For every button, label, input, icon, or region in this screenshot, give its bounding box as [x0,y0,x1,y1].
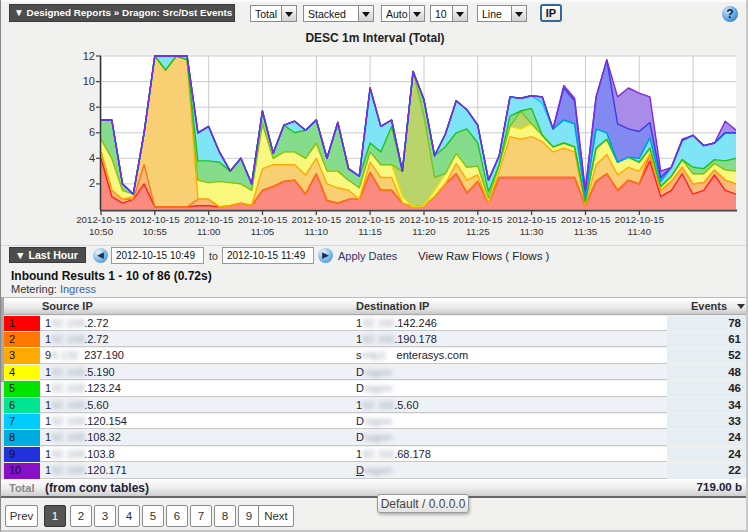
svg-text:2012-10-15: 2012-10-15 [615,214,665,225]
svg-text:11:05: 11:05 [251,226,275,237]
svg-text:2012-10-15: 2012-10-15 [238,214,288,225]
svg-text:2012-10-15: 2012-10-15 [292,214,342,225]
svg-text:11:20: 11:20 [412,226,436,237]
svg-text:10:50: 10:50 [89,226,114,237]
svg-text:12: 12 [83,50,95,62]
svg-text:11:40: 11:40 [628,226,652,237]
svg-text:10: 10 [83,75,95,87]
svg-text:2012-10-15: 2012-10-15 [130,214,180,225]
svg-text:11:35: 11:35 [574,226,598,237]
svg-text:2012-10-15: 2012-10-15 [345,214,395,225]
svg-text:11:30: 11:30 [520,226,544,237]
svg-text:11:25: 11:25 [466,226,490,237]
svg-text:11:10: 11:10 [305,226,329,237]
svg-text:10:55: 10:55 [143,226,167,237]
svg-text:2012-10-15: 2012-10-15 [561,214,611,225]
svg-text:2012-10-15: 2012-10-15 [76,214,126,225]
svg-text:2012-10-15: 2012-10-15 [507,214,557,225]
svg-text:DESC 1m Interval (Total): DESC 1m Interval (Total) [305,31,444,45]
svg-text:2012-10-15: 2012-10-15 [453,214,503,225]
svg-text:11:00: 11:00 [197,226,221,237]
svg-text:8: 8 [89,101,95,113]
svg-text:6: 6 [89,126,95,138]
svg-text:4: 4 [89,152,95,164]
svg-text:2: 2 [89,177,95,189]
svg-text:11:15: 11:15 [358,226,382,237]
svg-text:2012-10-15: 2012-10-15 [399,214,449,225]
svg-text:2012-10-15: 2012-10-15 [184,214,234,225]
